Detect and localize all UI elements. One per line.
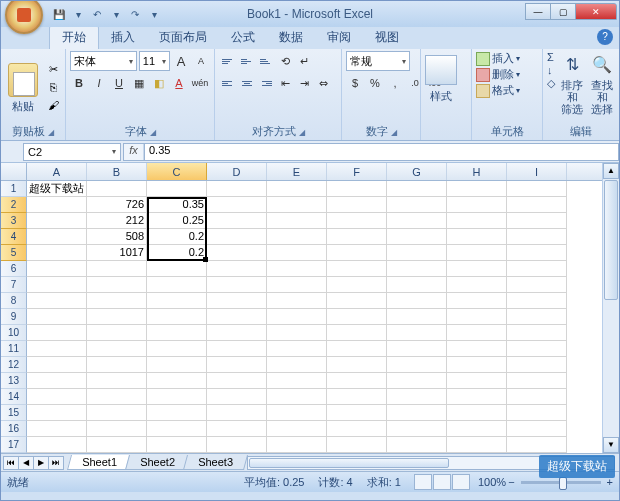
cell[interactable] [27, 277, 87, 293]
cell[interactable] [507, 277, 567, 293]
cell[interactable] [27, 293, 87, 309]
cell[interactable] [447, 357, 507, 373]
cell[interactable] [147, 325, 207, 341]
cell[interactable] [267, 293, 327, 309]
shrink-font-icon[interactable]: A [192, 51, 210, 71]
cell[interactable] [387, 197, 447, 213]
tab-审阅[interactable]: 审阅 [315, 26, 363, 49]
close-button[interactable]: ✕ [575, 3, 617, 20]
row-header[interactable]: 14 [1, 389, 27, 405]
cell[interactable] [267, 245, 327, 261]
sheet-nav-button[interactable]: ⏮ [3, 456, 19, 470]
cell[interactable] [147, 373, 207, 389]
cell[interactable] [27, 325, 87, 341]
cell[interactable] [327, 357, 387, 373]
cell[interactable] [387, 421, 447, 437]
cell[interactable] [327, 389, 387, 405]
column-header[interactable]: B [87, 163, 147, 180]
cell[interactable] [267, 229, 327, 245]
cell[interactable] [87, 357, 147, 373]
cell[interactable] [27, 261, 87, 277]
cell[interactable]: 0.2 [147, 229, 207, 245]
cell[interactable] [387, 229, 447, 245]
column-header[interactable]: G [387, 163, 447, 180]
cell[interactable] [27, 357, 87, 373]
cell[interactable] [27, 229, 87, 245]
row-header[interactable]: 13 [1, 373, 27, 389]
tab-数据[interactable]: 数据 [267, 26, 315, 49]
cell[interactable] [267, 357, 327, 373]
column-header[interactable]: F [327, 163, 387, 180]
cell[interactable] [207, 213, 267, 229]
align-left-icon[interactable] [219, 73, 237, 93]
row-header[interactable]: 1 [1, 181, 27, 197]
cell[interactable] [447, 325, 507, 341]
cell[interactable] [147, 389, 207, 405]
tab-开始[interactable]: 开始 [49, 25, 99, 49]
merge-cells-icon[interactable]: ⇔ [314, 73, 332, 93]
cell[interactable] [267, 181, 327, 197]
name-box[interactable]: C2▾ [23, 143, 121, 161]
cell[interactable] [87, 389, 147, 405]
cell[interactable] [447, 421, 507, 437]
view-break-icon[interactable] [452, 474, 470, 490]
cell[interactable] [87, 421, 147, 437]
minimize-button[interactable]: — [525, 3, 551, 20]
cell[interactable] [87, 325, 147, 341]
cell[interactable] [267, 421, 327, 437]
insert-cells-button[interactable]: 插入▾ [476, 51, 538, 66]
cell[interactable] [387, 293, 447, 309]
cell[interactable] [267, 405, 327, 421]
cell[interactable] [207, 373, 267, 389]
cell[interactable] [327, 421, 387, 437]
cell[interactable] [327, 181, 387, 197]
cell[interactable] [387, 437, 447, 453]
help-icon[interactable]: ? [597, 29, 613, 45]
format-painter-icon[interactable]: 🖌 [45, 97, 61, 113]
cell[interactable]: 1017 [87, 245, 147, 261]
cell[interactable] [267, 437, 327, 453]
cell[interactable] [207, 389, 267, 405]
cell[interactable] [327, 293, 387, 309]
cell[interactable] [387, 341, 447, 357]
cell[interactable] [447, 261, 507, 277]
row-header[interactable]: 2 [1, 197, 27, 213]
row-header[interactable]: 6 [1, 261, 27, 277]
row-header[interactable]: 3 [1, 213, 27, 229]
sheet-tab[interactable]: Sheet2 [125, 455, 190, 470]
cell[interactable] [207, 261, 267, 277]
cell[interactable] [507, 309, 567, 325]
cell[interactable]: 212 [87, 213, 147, 229]
cell[interactable] [267, 197, 327, 213]
orientation-icon[interactable]: ⟲ [276, 51, 294, 71]
paste-button[interactable]: 粘贴 [5, 61, 41, 114]
row-header[interactable]: 11 [1, 341, 27, 357]
font-size-combo[interactable]: 11▾ [139, 51, 170, 71]
row-header[interactable]: 7 [1, 277, 27, 293]
increase-indent-icon[interactable]: ⇥ [295, 73, 313, 93]
align-bottom-icon[interactable] [257, 51, 275, 71]
cell[interactable] [267, 261, 327, 277]
column-header[interactable]: C [147, 163, 207, 180]
wrap-text-icon[interactable]: ↵ [295, 51, 313, 71]
decrease-indent-icon[interactable]: ⇤ [276, 73, 294, 93]
cell[interactable] [27, 405, 87, 421]
column-header[interactable]: D [207, 163, 267, 180]
scroll-down-icon[interactable]: ▼ [603, 437, 619, 453]
cell[interactable] [147, 181, 207, 197]
cell[interactable] [507, 373, 567, 389]
cell[interactable] [267, 277, 327, 293]
cell[interactable] [27, 389, 87, 405]
cell[interactable] [267, 309, 327, 325]
vertical-scrollbar[interactable]: ▲ ▼ [602, 163, 619, 453]
cell[interactable] [147, 405, 207, 421]
cell[interactable] [27, 437, 87, 453]
cell[interactable] [87, 437, 147, 453]
cell[interactable] [447, 197, 507, 213]
tab-公式[interactable]: 公式 [219, 26, 267, 49]
cell[interactable] [267, 389, 327, 405]
cell[interactable] [147, 261, 207, 277]
cell[interactable] [387, 325, 447, 341]
row-header[interactable]: 16 [1, 421, 27, 437]
zoom-out-icon[interactable]: − [508, 476, 514, 488]
